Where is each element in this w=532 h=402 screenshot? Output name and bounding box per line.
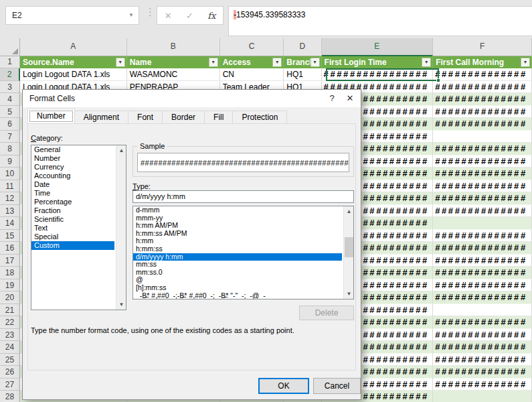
name-box[interactable]: E2 ▼ [5, 6, 139, 25]
row-header-24[interactable]: 24 [0, 341, 20, 354]
row-header-15[interactable]: 15 [0, 230, 20, 243]
column-header-F[interactable]: F [433, 38, 532, 56]
type-scrollbar[interactable]: ▲▼ [343, 206, 353, 299]
grid-cell[interactable]: ############## [433, 316, 532, 329]
confirm-entry-icon[interactable]: ✓ [186, 11, 193, 21]
filter-dropdown-icon[interactable]: ▼ [209, 58, 218, 67]
type-option[interactable]: mmm-yy [133, 214, 342, 222]
row-header-27[interactable]: 27 [0, 379, 20, 391]
row-header-11[interactable]: 11 [0, 180, 20, 193]
column-header-C[interactable]: C [220, 38, 284, 56]
row-header-6[interactable]: 6 [0, 118, 20, 131]
tab-border[interactable]: Border [163, 111, 205, 124]
grid-cell[interactable]: ############## [433, 230, 532, 243]
grid-cell[interactable]: ############## [433, 291, 532, 304]
row-header-5[interactable]: 5 [0, 106, 20, 119]
row-header-23[interactable]: 23 [0, 329, 20, 342]
tab-font[interactable]: Font [128, 111, 163, 124]
type-option[interactable]: h:mm:ss AM/PM [133, 230, 342, 238]
row-header-7[interactable]: 7 [0, 131, 20, 143]
scroll-up-icon[interactable]: ▲ [344, 206, 354, 216]
type-option[interactable]: _-B̶* #,##0_-;-B̶* #,##0_-;_-B̶* "-"_-;_… [133, 292, 342, 299]
category-item[interactable]: Date [31, 180, 114, 189]
column-header-B[interactable]: B [127, 38, 220, 56]
grid-cell[interactable] [433, 131, 532, 143]
type-option[interactable]: h:mm:ss [133, 245, 342, 253]
scroll-down-icon[interactable]: ▼ [116, 299, 126, 310]
filter-dropdown-icon[interactable]: ▼ [422, 58, 431, 67]
row-header-19[interactable]: 19 [0, 279, 20, 292]
row-header-22[interactable]: 22 [0, 316, 20, 329]
grid-cell[interactable]: ############## [433, 267, 532, 279]
grid-cell[interactable]: ############## [433, 180, 532, 193]
category-item[interactable]: Text [31, 224, 114, 232]
type-option[interactable]: @ [133, 276, 342, 284]
category-item[interactable]: Special [31, 232, 114, 241]
tab-alignment[interactable]: Alignment [75, 111, 128, 124]
row-header-21[interactable]: 21 [0, 304, 20, 317]
table-header-cell[interactable]: First Login Time▼ [322, 56, 434, 68]
row-header-16[interactable]: 16 [0, 242, 20, 255]
column-header-A[interactable]: A [20, 38, 127, 56]
row-header-28[interactable]: 28 [0, 391, 20, 402]
grid-cell[interactable]: HQ1 [284, 68, 321, 81]
category-scrollbar[interactable]: ▲▼ [116, 145, 126, 310]
ok-button[interactable]: OK [258, 378, 309, 394]
row-header-4[interactable]: 4 [0, 93, 20, 106]
type-option[interactable]: [h]:mm:ss [133, 284, 342, 292]
category-item[interactable]: Accounting [31, 172, 114, 180]
scroll-down-icon[interactable]: ▼ [344, 289, 354, 299]
category-item[interactable]: General [31, 145, 114, 154]
type-option[interactable]: d/m/yyyy h:mm [133, 253, 342, 261]
grid-cell[interactable]: ############## [433, 255, 532, 267]
table-header-cell[interactable]: Access▼ [220, 56, 284, 68]
column-header-E[interactable]: E [322, 38, 434, 56]
row-header-3[interactable]: 3 [0, 81, 20, 94]
grid-cell[interactable]: WASAMONC [127, 68, 220, 81]
grid-cell[interactable]: ############## [433, 379, 532, 391]
grid-cell[interactable]: ############## [433, 192, 532, 205]
grid-cell[interactable]: ############## [433, 143, 532, 155]
filter-dropdown-icon[interactable]: ▼ [521, 58, 530, 67]
dialog-close-icon[interactable]: ✕ [341, 90, 359, 107]
row-header-12[interactable]: 12 [0, 192, 20, 205]
grid-cell[interactable] [433, 391, 532, 402]
grid-cell[interactable]: CN [220, 68, 284, 81]
grid-cell[interactable]: ############## [433, 242, 532, 255]
grid-cell[interactable]: ############## [433, 279, 532, 292]
grid-cell[interactable]: ############## [433, 205, 532, 218]
category-item[interactable]: Scientific [31, 215, 114, 224]
table-header-cell[interactable]: Name▼ [127, 56, 220, 68]
type-option[interactable]: d-mmm [133, 206, 342, 214]
name-box-dropdown-icon[interactable]: ▼ [128, 7, 134, 24]
grid-cell[interactable]: ############## [433, 81, 532, 94]
type-option[interactable]: h:mm [133, 237, 342, 245]
row-header-20[interactable]: 20 [0, 291, 20, 304]
grid-cell[interactable]: ############## [433, 106, 532, 119]
grid-cell[interactable]: ############## [433, 354, 532, 366]
row-header-9[interactable]: 9 [0, 155, 20, 168]
filter-dropdown-icon[interactable]: ▼ [311, 58, 320, 67]
scrollbar-thumb[interactable] [345, 237, 353, 257]
row-header-18[interactable]: 18 [0, 267, 20, 279]
filter-dropdown-icon[interactable]: ▼ [116, 58, 125, 67]
filter-dropdown-icon[interactable]: ▼ [272, 58, 282, 67]
scroll-up-icon[interactable]: ▲ [116, 145, 126, 155]
category-item[interactable]: Currency [31, 163, 114, 172]
row-header-26[interactable]: 26 [0, 366, 20, 379]
column-header-D[interactable]: D [284, 38, 321, 56]
type-option[interactable]: mm:ss [133, 261, 342, 269]
grid-cell[interactable]: ############## [433, 329, 532, 342]
category-item[interactable]: Custom [31, 241, 114, 250]
formula-input[interactable]: -153945.339583333 [228, 6, 532, 36]
grid-cell[interactable]: Login Logout DATA 1.xls [20, 68, 127, 81]
grid-cell[interactable]: ############## [433, 168, 532, 180]
row-header-1[interactable]: 1 [0, 56, 20, 68]
type-input[interactable]: d/m/yyyy h:mm [132, 190, 354, 203]
type-option[interactable]: mm:ss.0 [133, 269, 342, 277]
row-header-13[interactable]: 13 [0, 205, 20, 218]
category-item[interactable]: Fraction [31, 206, 114, 215]
table-header-cell[interactable]: Source.Name▼ [20, 56, 127, 68]
row-header-2[interactable]: 2 [0, 68, 20, 81]
tab-protection[interactable]: Protection [233, 111, 287, 124]
